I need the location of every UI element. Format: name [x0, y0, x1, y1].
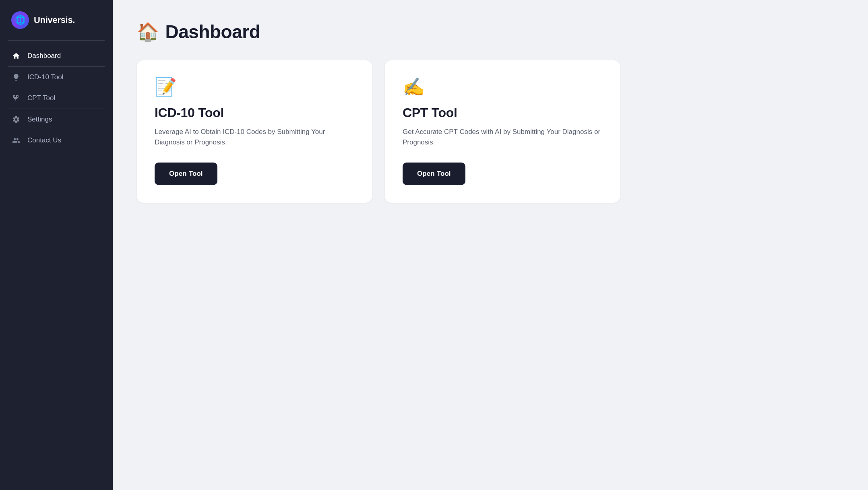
sidebar-item-label-cpt: CPT Tool	[27, 94, 55, 102]
lightbulb-icon	[11, 73, 21, 81]
page-title: 🏠 Dashboard	[137, 21, 844, 43]
icd10-open-tool-button[interactable]: Open Tool	[155, 163, 217, 185]
main-content: 🏠 Dashboard 📝 ICD-10 Tool Leverage AI to…	[113, 0, 868, 490]
users-icon	[11, 136, 21, 144]
page-title-text: Dashboard	[165, 21, 260, 43]
sidebar-item-label-dashboard: Dashboard	[27, 52, 61, 60]
sidebar-item-label-icd10: ICD-10 Tool	[27, 73, 63, 81]
cpt-card-title: CPT Tool	[403, 105, 602, 120]
cpt-card: ✍️ CPT Tool Get Accurate CPT Codes with …	[385, 60, 620, 203]
cards-grid: 📝 ICD-10 Tool Leverage AI to Obtain ICD-…	[137, 60, 620, 203]
settings-icon	[11, 115, 21, 124]
sidebar-item-contact[interactable]: Contact Us	[0, 130, 113, 151]
sidebar-logo: 🌐 Universis.	[0, 0, 113, 40]
sidebar-item-cpt[interactable]: CPT Tool	[0, 88, 113, 109]
icd10-card-icon: 📝	[155, 76, 354, 97]
sidebar-item-label-settings: Settings	[27, 115, 52, 124]
sidebar: 🌐 Universis. Dashboard ICD-10 Tool	[0, 0, 113, 490]
icd10-card: 📝 ICD-10 Tool Leverage AI to Obtain ICD-…	[137, 60, 372, 203]
sidebar-item-settings[interactable]: Settings	[0, 109, 113, 130]
cpt-card-icon: ✍️	[403, 76, 602, 97]
sidebar-item-label-contact: Contact Us	[27, 136, 61, 144]
sidebar-item-dashboard[interactable]: Dashboard	[0, 45, 113, 66]
icd10-card-title: ICD-10 Tool	[155, 105, 354, 120]
sidebar-nav: Dashboard ICD-10 Tool CPT Tool	[0, 41, 113, 156]
icd10-card-description: Leverage AI to Obtain ICD-10 Codes by Su…	[155, 127, 354, 148]
logo-icon: 🌐	[11, 11, 29, 29]
page-title-emoji: 🏠	[137, 21, 159, 42]
cpt-card-description: Get Accurate CPT Codes with AI by Submit…	[403, 127, 602, 148]
cpt-open-tool-button[interactable]: Open Tool	[403, 163, 465, 185]
binoculars-icon	[11, 94, 21, 102]
sidebar-item-icd10[interactable]: ICD-10 Tool	[0, 67, 113, 88]
app-name: Universis.	[34, 15, 75, 25]
home-icon	[11, 52, 21, 60]
